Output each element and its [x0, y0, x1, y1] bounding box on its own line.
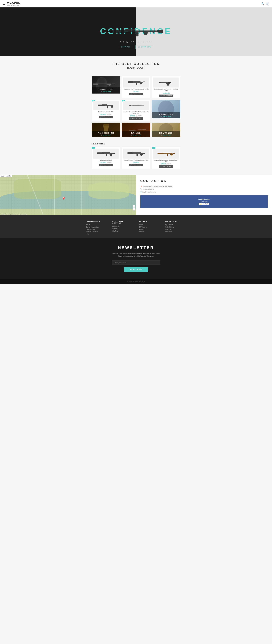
footer-link-my-account[interactable]: My Account — [165, 224, 186, 226]
footer-link-brands[interactable]: Brands — [139, 224, 160, 226]
product-name-p3: Nitro Venom Dusk Air Rifle — [98, 111, 113, 113]
shop-now-button[interactable]: 🛒 SHOP NOW — [135, 45, 154, 49]
svg-rect-4 — [135, 32, 138, 36]
hamburger-menu[interactable] — [3, 3, 5, 4]
footer-link-privacy[interactable]: Privacy Policy — [86, 228, 107, 230]
footer-link-contact[interactable]: Contact Us — [112, 226, 133, 227]
footer-link-returns[interactable]: Returns — [112, 228, 133, 230]
footer-col-extras: EXTRAS Brands Gift Vouchers Affiliates S… — [139, 220, 160, 236]
map-zoom-controls: + − — [133, 205, 135, 210]
footer-link-wish-list[interactable]: Wish List — [165, 228, 186, 230]
featured-price-f2: $100.00 — [133, 162, 139, 163]
holsters-label: HOLSTERS 🛒 SHOP NOW — [152, 131, 180, 137]
svg-rect-22 — [159, 82, 161, 83]
sale-badge-f1: Sale — [92, 147, 95, 149]
featured-grid: Sale Crosman Air Rifle Kit $150.00 $200.… — [92, 147, 180, 169]
ammunition-banner[interactable]: AMMUNITION 🛒 SHOP NOW — [92, 122, 120, 137]
footer-link-sitemap[interactable]: Site Map — [112, 230, 133, 232]
products-area: LONGGUNS 🛒 SHOP NOW Crosman M4-177 Pneum… — [89, 76, 183, 143]
footer-link-order-history[interactable]: Order History — [165, 226, 186, 228]
svg-rect-43 — [158, 153, 164, 154]
longguns-shop-link[interactable]: 🛒 SHOP NOW — [93, 91, 119, 92]
footer-col-customer-service: CUSTOMER SERVICE Contact Us Returns Site… — [112, 220, 133, 236]
map-tab-satellite[interactable]: Satellite — [5, 175, 12, 177]
svg-rect-38 — [127, 152, 133, 154]
footer-link-delivery[interactable]: Delivery Information — [86, 226, 107, 228]
search-button[interactable]: 🔍 — [262, 2, 264, 5]
svg-rect-45 — [173, 153, 175, 154]
footer-col-my-account: MY ACCOUNT My Account Order History Wish… — [165, 220, 186, 236]
handguns-label: HANDGUNS 🛒 SHOP NOW — [152, 112, 180, 118]
svg-point-28 — [129, 106, 130, 106]
footer-link-terms[interactable]: Terms & Conditions — [86, 231, 107, 232]
add-to-cart-p3[interactable]: 🛒 Add to Cart — [99, 116, 113, 118]
subscribe-button[interactable]: SUBSCRIBE — [124, 267, 148, 272]
product-image-p4 — [123, 101, 149, 110]
contact-area: CONTACT US 📍 4578 Marmora Road,Glasgow D… — [136, 175, 272, 215]
contact-phone: 📞 800-2345-6789 — [140, 188, 268, 190]
footer-link-specials[interactable]: Specials — [139, 231, 160, 232]
add-to-cart-f3[interactable]: 🛒 Add to Cart — [159, 165, 173, 168]
product-image-p1 — [123, 78, 149, 88]
svg-rect-30 — [103, 124, 109, 126]
show-all-button[interactable]: SHOW ALL — [118, 45, 133, 49]
svg-rect-9 — [153, 30, 154, 33]
add-to-cart-p2[interactable]: 🛒 Add to Cart — [159, 94, 173, 97]
featured-image-f3 — [153, 148, 179, 158]
footer-link-blog[interactable]: Blog — [86, 233, 107, 235]
knives-banner[interactable]: KNIVES 🛒 SHOP NOW — [122, 122, 150, 137]
category-banners-row: AMMUNITION 🛒 SHOP NOW KNIVES 🛒 SHOP NOW … — [92, 122, 180, 137]
footer-link-newsletter[interactable]: Newsletter — [165, 231, 186, 232]
product-price-p3: $150.00 $200.00 — [100, 114, 111, 115]
featured-price-f1: $150.00 $200.00 — [100, 162, 111, 163]
featured-image-f1 — [93, 148, 119, 158]
svg-point-7 — [134, 29, 135, 30]
product-price-p2: $1,000.00 — [163, 92, 170, 94]
add-to-cart-p4[interactable]: 🛒 Add to Cart — [129, 117, 143, 120]
longguns-category-card[interactable]: LONGGUNS 🛒 SHOP NOW — [92, 76, 120, 94]
newsletter-description: Sign up to our newsletter subscription a… — [112, 252, 160, 257]
handguns-shop-link[interactable]: 🛒 SHOP NOW — [153, 116, 179, 117]
footer-information-title: INFORMATION — [86, 220, 107, 222]
featured-name-f3: Benjamin 392 Bolt Action Variable Pump A… — [153, 160, 179, 162]
map-tabs: Map Satellite — [0, 175, 12, 177]
logo[interactable]: WEAPON Gear & Weapons — [7, 2, 20, 6]
svg-rect-35 — [106, 154, 107, 156]
row-longguns: LONGGUNS 🛒 SHOP NOW Crosman M4-177 Pneum… — [92, 76, 180, 98]
hero-rifle-image — [106, 26, 166, 38]
map-tab-map[interactable]: Map — [0, 175, 5, 177]
footer-my-account-title: MY ACCOUNT — [165, 220, 186, 222]
svg-rect-36 — [113, 153, 115, 154]
zoom-in-button[interactable]: + — [133, 205, 135, 208]
footer-link-about[interactable]: About — [86, 224, 107, 226]
footer-extras-title: EXTRAS — [139, 220, 160, 222]
fb-like-button[interactable]: 👍 Like Page — [199, 203, 209, 205]
footer-link-affiliates[interactable]: Affiliates — [139, 228, 160, 230]
svg-rect-18 — [136, 83, 137, 85]
featured-name-f2: Crosman M4-177 Pneumatic Pump Air Rifle — [123, 160, 148, 161]
newsletter-section: NEWSLETTER Sign up to our newsletter sub… — [0, 238, 272, 279]
newsletter-email-input[interactable] — [112, 260, 160, 265]
add-to-cart-f1[interactable]: 🛒 Add to Cart — [99, 164, 113, 166]
product-card-p1: Crosman M4-177 Pneumatic Pump Air Rifle … — [122, 76, 150, 98]
svg-rect-20 — [159, 82, 169, 83]
svg-rect-21 — [168, 82, 171, 83]
product-card-p2: Remington 1911 RAC CO2 BB Pistol Kit air… — [152, 76, 180, 98]
featured-card-f3: Sale Benjamin 392 Bolt Action Variable P… — [152, 147, 180, 169]
fb-likes: 13,816 likes — [198, 201, 210, 202]
cart-button[interactable]: 🛒 — [266, 2, 269, 5]
add-to-cart-p1[interactable]: 🛒 Add to Cart — [129, 93, 143, 95]
row-handguns: Sale Nitro Venom Dusk Air Rifle $150.00 … — [92, 100, 180, 121]
zoom-out-button[interactable]: − — [133, 208, 135, 210]
holsters-banner[interactable]: HOLSTERS 🛒 SHOP NOW — [152, 122, 180, 137]
footer-link-gift-vouchers[interactable]: Gift Vouchers — [139, 226, 160, 228]
footer: INFORMATION About Delivery Information P… — [0, 215, 272, 284]
product-image-p2 — [153, 78, 179, 88]
svg-point-6 — [125, 29, 126, 30]
svg-rect-3 — [107, 31, 113, 32]
svg-rect-39 — [132, 152, 141, 152]
add-to-cart-f2[interactable]: 🛒 Add to Cart — [129, 164, 143, 166]
svg-rect-14 — [112, 84, 115, 84]
handguns-category-card[interactable]: HANDGUNS 🛒 SHOP NOW — [152, 100, 180, 118]
product-name-p4: Kershaw Ken Onion Blur Folding Knife wit… — [123, 111, 149, 114]
